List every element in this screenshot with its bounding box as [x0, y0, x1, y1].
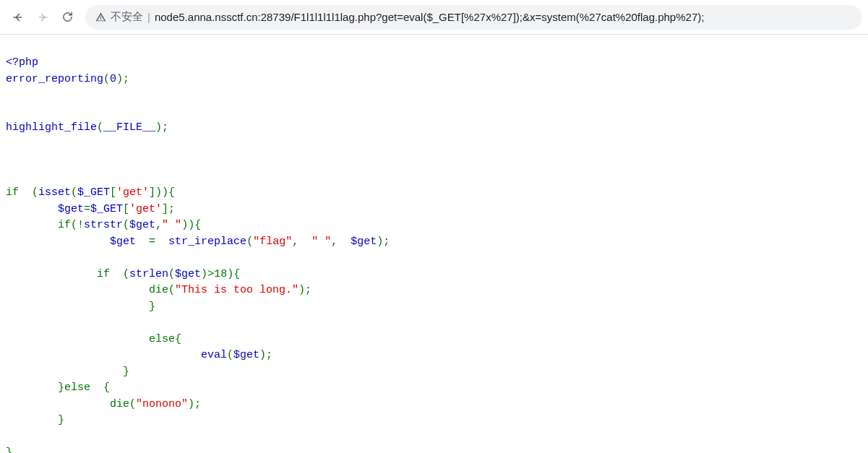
fn-strstr: strstr — [84, 219, 123, 231]
punct: ); — [298, 284, 311, 296]
browser-toolbar: 不安全 | node5.anna.nssctf.cn:28739/F1l1l1l… — [0, 0, 868, 35]
address-url: node5.anna.nssctf.cn:28739/F1l1l1l1l1lag… — [155, 11, 704, 23]
punct: , — [155, 219, 162, 231]
punct: } — [6, 446, 12, 453]
fn-eval: eval — [201, 349, 227, 361]
punct: { — [90, 381, 110, 394]
not-secure-icon — [95, 12, 106, 22]
fn-str-ireplace: str_ireplace — [168, 236, 246, 248]
var-get: $get — [129, 219, 155, 231]
punct: ( — [168, 284, 175, 296]
punct: ); — [259, 349, 272, 361]
var-get: $get — [110, 236, 136, 248]
fn-highlight-file: highlight_file — [6, 121, 97, 134]
punct: ){ — [227, 268, 240, 280]
zero-literal: 0 — [110, 73, 116, 85]
punct: ]; — [162, 203, 175, 215]
punct: ); — [188, 398, 201, 410]
forward-button[interactable] — [30, 5, 55, 30]
get-superglobal: $_GET — [90, 203, 123, 215]
fn-die: die — [149, 284, 168, 296]
punct: } — [149, 301, 155, 313]
punct: ( — [168, 268, 175, 280]
str-space: " " — [311, 236, 331, 248]
kw-if: if — [97, 268, 110, 280]
str-nonono: "nonono" — [136, 398, 188, 410]
punct: { — [175, 333, 181, 345]
punct: ); — [155, 121, 168, 134]
str-get-key: 'get' — [116, 186, 149, 199]
punct: , — [292, 236, 311, 248]
var-get: $get — [58, 203, 84, 215]
punct: ); — [377, 236, 390, 248]
punct: ( — [71, 186, 77, 199]
kw-if: if — [58, 219, 71, 231]
php-source-view: <?php error_reporting(0); highlight_file… — [0, 35, 868, 453]
punct: ( — [123, 219, 129, 231]
str-flag: "flag" — [253, 236, 292, 248]
address-divider: | — [147, 11, 150, 23]
fn-isset: isset — [38, 186, 71, 199]
eq-op: = — [149, 236, 155, 248]
fn-strlen: strlen — [129, 268, 168, 280]
fn-die: die — [110, 398, 129, 410]
punct: (! — [71, 219, 84, 231]
arrow-left-icon — [12, 11, 25, 24]
punct: } — [58, 414, 64, 426]
punct: ( — [19, 186, 38, 199]
punct: ])){ — [149, 186, 175, 199]
kw-else: else — [149, 333, 175, 345]
arrow-right-icon — [36, 11, 49, 24]
kw-if: if — [6, 186, 19, 199]
punct: ( — [103, 73, 110, 85]
punct: = — [84, 203, 90, 215]
punct: ( — [227, 349, 233, 361]
kw-else: else — [64, 381, 90, 394]
php-open-tag: <?php — [6, 56, 38, 69]
punct: )){ — [181, 219, 201, 231]
punct: } — [123, 366, 129, 378]
punct: ( — [110, 268, 129, 280]
punct: , — [331, 236, 351, 248]
punct: ( — [246, 236, 253, 248]
punct: ) — [201, 268, 207, 280]
var-get: $get — [175, 268, 201, 280]
address-bar[interactable]: 不安全 | node5.anna.nssctf.cn:28739/F1l1l1l… — [85, 5, 862, 30]
punct: } — [58, 381, 64, 394]
not-secure-label: 不安全 — [111, 10, 143, 24]
punct: ( — [97, 121, 103, 134]
punct: [ — [110, 186, 116, 199]
punct: ); — [116, 73, 129, 85]
var-get: $get — [233, 349, 259, 361]
str-get-key: 'get' — [129, 203, 162, 215]
var-get: $get — [351, 236, 377, 248]
back-button[interactable] — [6, 5, 30, 30]
str-too-long: "This is too long." — [175, 284, 298, 296]
reload-button[interactable] — [55, 5, 80, 30]
gt18: >18 — [207, 268, 227, 280]
get-superglobal: $_GET — [77, 186, 110, 199]
fn-error-reporting: error_reporting — [6, 73, 103, 85]
reload-icon — [61, 11, 74, 23]
str-space: " " — [162, 219, 181, 231]
punct: [ — [123, 203, 129, 215]
punct: ( — [129, 398, 136, 410]
const-file: __FILE__ — [103, 121, 155, 134]
